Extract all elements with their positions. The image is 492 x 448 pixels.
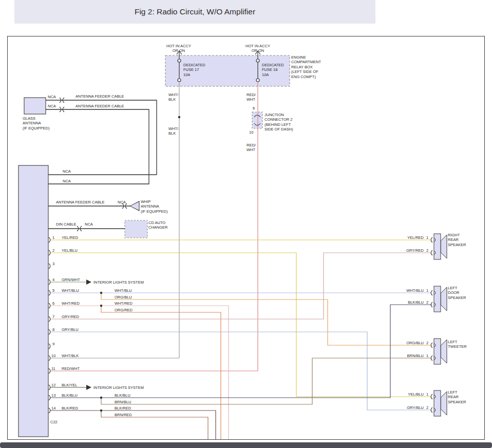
lr-speaker-pin-2: 2 bbox=[426, 405, 428, 410]
antenna-feeder-3-label: ANTENNA FEEDER CABLE bbox=[56, 200, 105, 204]
wire-blk-red bbox=[50, 410, 216, 439]
nca-glass-2-label: NCA bbox=[48, 104, 56, 108]
tweeter-pin-2: 1 bbox=[426, 353, 428, 358]
junction-connector-label: JUNCTION CONNECTOR 2 (BEHIND LEFT SIDE O… bbox=[264, 113, 293, 132]
cd-auto-changer-label: CD AUTO CHANGER bbox=[148, 220, 168, 230]
pin-wire-4: GRN/WHT bbox=[62, 277, 80, 282]
wht-blk-upper-label: WHT/ BLK bbox=[168, 92, 178, 102]
pin-14-splice-wire-1: BLK/RED bbox=[115, 406, 131, 410]
pin-wire-12: BLK/YEL bbox=[62, 383, 77, 387]
hot-in-accy-right-label: HOT IN ACCY OR ON bbox=[243, 44, 272, 53]
pin-14-splice-wire-2: BRN/RED bbox=[115, 413, 132, 417]
pin-wire-5: WHT/BLU bbox=[62, 288, 79, 293]
antenna-feeder-1-label: ANTENNA FEEDER CABLE bbox=[75, 94, 124, 99]
red-wht-upper-label: RED/ WHT bbox=[247, 92, 256, 102]
din-cable-label: DIN CABLE bbox=[56, 222, 77, 227]
pin-number-1: 1 bbox=[52, 235, 54, 240]
whip-antenna-symbol bbox=[130, 201, 139, 211]
pin-number-14: 14 bbox=[51, 406, 55, 410]
pin-number-3: 3 bbox=[52, 262, 54, 266]
door-speaker-wire-2: BLK/BLU bbox=[400, 300, 424, 305]
pin-13-splice-wire-2: BRN/BLU bbox=[115, 400, 131, 404]
tweeter-wire-2: BRN/BLU bbox=[400, 353, 424, 358]
pin-number-10: 10 bbox=[51, 353, 55, 358]
glass-antenna-feeder-2 bbox=[46, 109, 149, 184]
bottom-scrollbar[interactable] bbox=[0, 442, 492, 448]
glass-antenna-feeder-1 bbox=[46, 100, 157, 175]
radio-connector-id: C22 bbox=[50, 420, 58, 424]
lr-speaker-wire-2: GRY/BLU bbox=[400, 405, 424, 410]
nca-radio-1-label: NCA bbox=[63, 169, 71, 174]
speaker-pin-connectors bbox=[431, 237, 432, 413]
pin-number-6: 6 bbox=[52, 301, 54, 306]
nca-whip-label: NCA bbox=[118, 200, 126, 204]
left-rear-speaker-label: LEFT REAR SPEAKER bbox=[448, 390, 466, 404]
rr-speaker-pin-1: 1 bbox=[426, 235, 428, 240]
right-rear-speaker-symbol bbox=[434, 234, 447, 259]
nca-glass-1-label: NCA bbox=[48, 95, 56, 99]
pin-wire-14: BLK/RED bbox=[62, 406, 78, 410]
pin-wire-11: RED/WHT bbox=[62, 366, 80, 371]
fuse-18-label: DEDICATED FUSE 18 10A bbox=[262, 63, 284, 77]
pin-wire-13: BLK/BLU bbox=[62, 393, 78, 398]
nca-din-label: NCA bbox=[85, 222, 93, 227]
inline-connector-symbols bbox=[60, 98, 127, 231]
pin-5-splice-wire-2: ORG/BLU bbox=[115, 295, 132, 300]
pin-number-13: 13 bbox=[51, 393, 55, 398]
wire-wht-red bbox=[50, 306, 229, 439]
pin-6-splice-wire-2: ORG/RED bbox=[115, 308, 133, 312]
pin-number-11: 11 bbox=[51, 366, 55, 371]
door-speaker-wire-1: WHT/BLU bbox=[400, 288, 424, 293]
wht-blk-lower-label: WHT/ BLK bbox=[168, 126, 178, 136]
antenna-cables bbox=[46, 100, 157, 229]
rr-speaker-pin-2: 2 bbox=[426, 248, 428, 253]
whip-antenna-label: WHIP ANTENNA (IF EQUIPPED) bbox=[141, 199, 168, 214]
junction-pin-6: 6 bbox=[253, 106, 255, 110]
fuse-17-label: DEDICATED FUSE 17 10A bbox=[183, 63, 205, 77]
wire-yel-blu bbox=[50, 253, 432, 397]
door-speaker-pin-2: 2 bbox=[426, 300, 428, 305]
door-speaker-pin-1: 1 bbox=[426, 288, 428, 293]
pin-wire-10: WHT/BLK bbox=[62, 353, 79, 358]
left-tweeter-label: LEFT TWEETER bbox=[448, 340, 467, 349]
interior-lights-note-2: INTERIOR LIGHTS SYSTEM bbox=[93, 385, 144, 390]
glass-antenna-label: GLASS ANTENNA (IF EQUIPPED) bbox=[23, 116, 50, 130]
arrow-interior-lights-1 bbox=[86, 279, 91, 285]
antenna-feeder-2-label: ANTENNA FEEDER CABLE bbox=[75, 104, 124, 108]
tweeter-wire-1: ORG/BLU bbox=[400, 341, 424, 345]
pin-wire-7: GRY/RED bbox=[62, 314, 79, 319]
pin-5-splice-wire-1: WHT/BLU bbox=[115, 288, 132, 293]
left-tweeter-symbol bbox=[434, 339, 447, 364]
nca-radio-2-label: NCA bbox=[63, 179, 71, 183]
lr-speaker-pin-1: 1 bbox=[426, 392, 428, 397]
pin-wire-8: GRY/BLU bbox=[62, 327, 79, 332]
radio-pin-connectors bbox=[49, 237, 50, 413]
cd-auto-changer-box bbox=[125, 220, 147, 238]
pin-number-12: 12 bbox=[51, 383, 55, 387]
pin-number-9: 9 bbox=[52, 342, 54, 346]
left-door-speaker-label: LEFT DOOR SPEAKER bbox=[448, 286, 466, 300]
left-door-speaker-symbol bbox=[434, 286, 447, 312]
junction-dot-wht-blk bbox=[178, 116, 180, 118]
pin-number-4: 4 bbox=[52, 277, 54, 282]
pin-number-2: 2 bbox=[52, 248, 54, 253]
tweeter-pin-1: 2 bbox=[426, 341, 428, 345]
pin-wire-1: YEL/RED bbox=[62, 235, 78, 240]
arrow-interior-lights-2 bbox=[86, 385, 91, 390]
junction-connector-box bbox=[252, 112, 262, 128]
relay-box-label: ENGINE COMPARTMENT RELAY BOX (LEFT SIDE … bbox=[291, 55, 321, 79]
hot-in-accy-left-label: HOT IN ACCY OR ON bbox=[164, 44, 193, 53]
wire-org-red bbox=[101, 306, 221, 439]
lr-speaker-wire-1: YEL/BLU bbox=[400, 392, 424, 397]
right-rear-speaker-label: RIGHT REAR SPEAKER bbox=[448, 233, 466, 247]
pin-number-7: 7 bbox=[52, 314, 54, 319]
wire-gry-red bbox=[50, 253, 432, 319]
rr-speaker-wire-1: YEL/RED bbox=[400, 235, 424, 240]
interior-lights-note-1: INTERIOR LIGHTS SYSTEM bbox=[93, 280, 144, 285]
pin-6-splice-wire-1: WHT/RED bbox=[115, 301, 133, 306]
pin-number-5: 5 bbox=[52, 288, 54, 293]
rr-speaker-wire-2: GRY/RED bbox=[400, 248, 424, 253]
red-wht-lower-label: RED/ WHT bbox=[247, 143, 256, 153]
pin-wire-6: WHT/RED bbox=[62, 301, 80, 306]
pin-number-8: 8 bbox=[52, 327, 54, 332]
